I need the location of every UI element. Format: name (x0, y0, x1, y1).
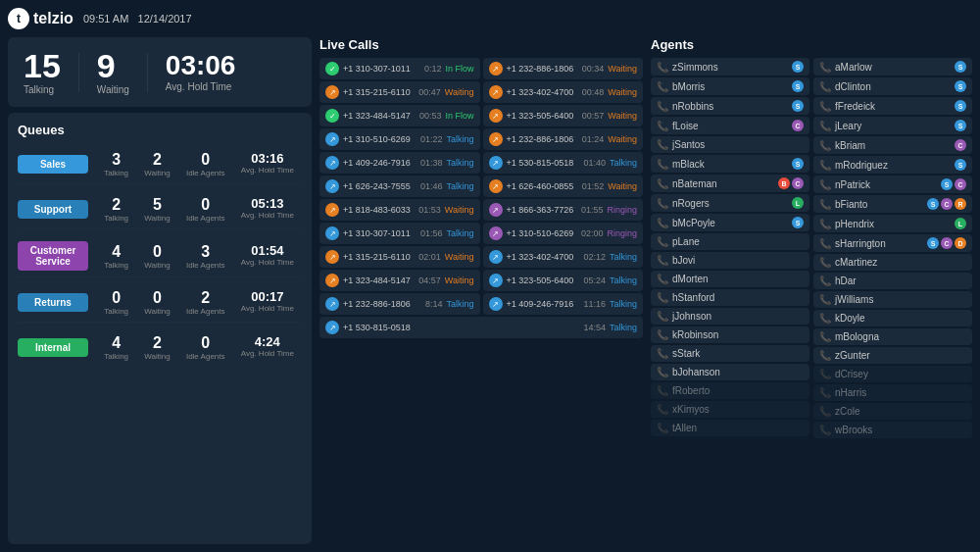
stat-divider-2 (147, 53, 148, 92)
agent-name: zGunter (835, 350, 962, 361)
queue-stat-idle: 3 Idle Agents (186, 243, 225, 270)
agent-item: 📞 nBateman BC (651, 175, 809, 192)
agent-phone-icon: 📞 (657, 348, 668, 359)
call-status: Waiting (445, 205, 474, 215)
queue-idle-label: Idle Agents (186, 214, 225, 223)
call-time: 01:56 (420, 228, 443, 238)
call-time: 11:16 (583, 299, 606, 309)
agent-item: 📞 bJovi (651, 252, 809, 269)
call-number: +1 323-484-5147 (343, 111, 416, 121)
agent-name: jWilliams (835, 294, 962, 305)
queue-stat-waiting: 0 Waiting (144, 243, 170, 270)
queue-name-button[interactable]: Support (18, 200, 88, 219)
call-row: ↗ +1 409-246-7916 01:38 Talking ↗ +1 530… (319, 152, 643, 174)
agent-name: nBateman (672, 178, 774, 189)
queue-waiting-num: 2 (153, 151, 162, 169)
queue-hold-num: 00:17 (251, 289, 283, 304)
stat-talking: 15 Talking (24, 49, 61, 95)
queue-waiting-label: Waiting (144, 214, 170, 223)
talking-number: 15 (24, 49, 61, 82)
agent-item: 📞 zGunter (813, 347, 972, 364)
agent-name: zCole (835, 406, 962, 417)
agent-phone-icon: 📞 (819, 219, 831, 229)
queue-talking-label: Talking (104, 352, 128, 361)
queue-name-button[interactable]: CustomerService (18, 241, 88, 271)
queue-name-button[interactable]: Internal (18, 338, 88, 357)
agents-col1: 📞 zSimmons S 📞 bMorris S 📞 nRobbins S 📞 … (651, 58, 809, 544)
call-number: +1 323-402-4700 (507, 252, 580, 262)
agent-name: mRodriguez (835, 160, 951, 171)
agent-badge-s: S (955, 159, 966, 171)
call-time: 05:24 (583, 276, 606, 285)
agent-name: xKimyos (672, 404, 800, 415)
queue-waiting-num: 0 (153, 289, 162, 307)
agent-name: pHendrix (835, 219, 951, 229)
agent-item: 📞 kRobinson (651, 326, 809, 343)
agent-badge-s: S (792, 217, 804, 228)
call-row: ↗ +1 310-307-1011 01:56 Talking ↗ +1 310… (319, 223, 643, 244)
agent-badges: S (955, 159, 966, 171)
agent-name: hDar (835, 276, 962, 286)
agent-item: 📞 nRobbins S (651, 97, 809, 115)
queue-hold-label: Avg. Hold Time (241, 211, 294, 220)
call-time: 04:57 (418, 276, 441, 285)
queue-name-button[interactable]: Returns (18, 293, 88, 312)
queue-stat-hold: 03:16 Avg. Hold Time (241, 151, 294, 177)
queue-talking-num: 4 (112, 334, 121, 352)
agent-phone-icon: 📞 (819, 313, 831, 324)
call-time: 01:53 (418, 205, 441, 215)
queue-hold-label: Avg. Hold Time (241, 349, 294, 358)
agent-name: bMcPoyle (672, 218, 788, 228)
call-status: In Flow (445, 64, 473, 74)
queue-name-button[interactable]: Sales (18, 155, 88, 174)
call-number: +1 310-510-6269 (507, 228, 577, 238)
agent-item: 📞 pLane (651, 233, 809, 250)
header: t telzio 09:51 AM 12/14/2017 (8, 8, 972, 29)
agent-phone-icon: 📞 (657, 329, 668, 340)
call-status-dot: ✓ (325, 109, 339, 123)
queue-item: Returns 0 Talking 0 Waiting 2 Idle Agent… (18, 283, 302, 323)
call-number: +1 626-460-0855 (507, 181, 578, 191)
logo-text: telzio (33, 10, 74, 27)
queue-waiting-num: 0 (153, 243, 162, 261)
agent-badge-c: C (941, 237, 953, 249)
agent-phone-icon: 📞 (657, 311, 668, 322)
waiting-number: 9 (97, 49, 116, 82)
agent-phone-icon: 📞 (819, 179, 831, 190)
call-time: 8:14 (425, 299, 443, 309)
call-time: 01:38 (420, 158, 443, 168)
agent-phone-icon: 📞 (819, 331, 831, 342)
call-item: ↗ +1 866-363-7726 01:55 Ringing (483, 199, 644, 221)
queue-stat-talking: 4 Talking (104, 334, 128, 361)
agent-badge-s: S (792, 100, 804, 112)
agent-item: 📞 kBriam C (813, 136, 972, 154)
agent-name: sHarrington (835, 238, 923, 249)
agent-badge-s: S (927, 237, 939, 249)
call-status-dot: ↗ (325, 203, 339, 217)
live-calls-panel: Live Calls ✓ +1 310-307-1011 0:12 In Flo… (319, 37, 643, 544)
queue-stats: 4 Talking 2 Waiting 0 Idle Agents 4:24 A… (96, 334, 302, 361)
agent-badge-s: S (955, 80, 966, 92)
agent-phone-icon: 📞 (657, 274, 668, 284)
main-content: 15 Talking 9 Waiting 03:06 Avg. Hold Tim… (8, 37, 972, 544)
queue-stat-hold: 4:24 Avg. Hold Time (241, 334, 294, 361)
call-item: ↗ +1 323-484-5147 04:57 Waiting (319, 270, 480, 291)
call-item: ↗ +1 323-402-4700 00:48 Waiting (483, 81, 644, 103)
call-status-dot: ↗ (489, 250, 503, 264)
agent-name: wBrooks (835, 425, 962, 435)
agent-badges: S (792, 158, 804, 170)
call-number: +1 323-484-5147 (343, 276, 415, 285)
agent-badge-c: C (941, 198, 953, 210)
call-number: +1 323-402-4700 (507, 87, 578, 97)
agent-badge-s: S (792, 158, 804, 170)
call-time: 01:46 (420, 181, 443, 191)
agents-title: Agents (651, 37, 972, 52)
call-row: ↗ +1 232-886-1806 8:14 Talking ↗ +1 409-… (319, 293, 643, 315)
call-status-dot: ↗ (325, 274, 339, 287)
call-number: +1 315-215-6110 (343, 252, 415, 262)
queue-item: CustomerService 4 Talking 0 Waiting 3 Id… (18, 235, 302, 277)
queue-item: Sales 3 Talking 2 Waiting 0 Idle Agents … (18, 145, 302, 184)
queue-waiting-num: 5 (153, 196, 162, 214)
agent-badges: S (792, 217, 804, 228)
agent-name: nRobbins (672, 101, 788, 112)
